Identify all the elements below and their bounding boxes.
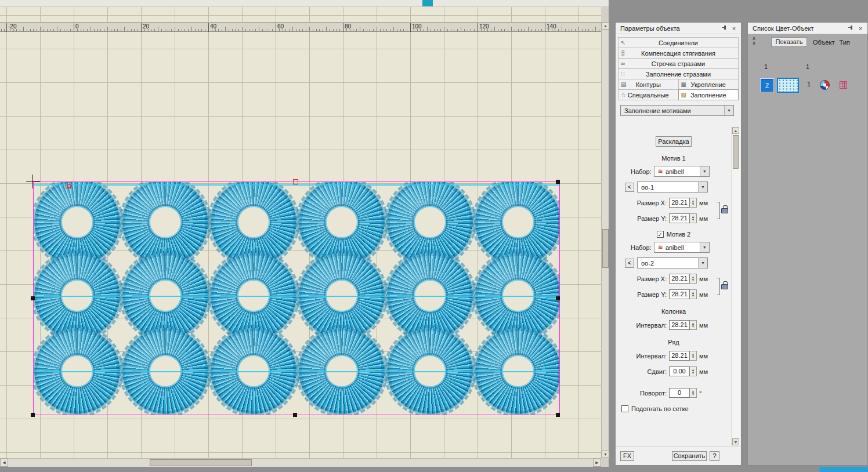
column-interval-label: Интервал: [636, 322, 667, 329]
tab-fill[interactable]: ▧ Заполнение [678, 89, 739, 100]
design-canvas[interactable]: -20 0 20 40 60 80 100 120 140 [0, 7, 601, 459]
motif2-proportion-lock[interactable] [717, 278, 728, 295]
scrollbar-corner [601, 458, 609, 467]
params-scroll-thumb[interactable] [733, 135, 739, 169]
scroll-up-icon[interactable]: ▲ [732, 127, 739, 134]
prev-motif-button[interactable]: < [625, 183, 634, 192]
motif-fill-area[interactable] [33, 181, 560, 415]
application-window: -20 0 20 40 60 80 100 120 140 ▲ ▼ ◀ ▶ [0, 0, 868, 472]
fx-button[interactable]: FX [620, 451, 634, 461]
motif2-pattern-select[interactable]: oo-2 ▼ [637, 257, 708, 268]
selection-handle-left-mid[interactable] [31, 296, 35, 300]
horizontal-scroll-thumb[interactable] [150, 459, 252, 466]
close-icon[interactable]: × [730, 24, 738, 32]
layout-button[interactable]: Раскладка [656, 136, 692, 147]
column-object-header[interactable]: Объект [813, 39, 834, 46]
rhinestone-line-icon: ∞ [621, 61, 625, 67]
fill-type-select[interactable]: Заполнение мотивами ▼ [620, 105, 734, 116]
motif1-pattern-value: oo-1 [641, 184, 654, 191]
canvas-area: -20 0 20 40 60 80 100 120 140 ▲ ▼ ◀ ▶ [0, 7, 609, 467]
pin-icon[interactable] [720, 24, 728, 32]
snap-to-grid-checkbox[interactable] [621, 405, 628, 412]
object-row[interactable]: 2 1 [748, 76, 867, 96]
object-index-badge[interactable]: 2 [761, 79, 773, 92]
motif1-set-value: anibell [666, 168, 684, 175]
pin-icon[interactable] [847, 24, 855, 32]
spinner[interactable]: ▲▼ [690, 198, 697, 208]
set-label: Набор: [631, 168, 652, 175]
ruler-tick-label: 0 [74, 23, 79, 30]
motif1-size-x-input[interactable]: 28.21 [669, 198, 690, 208]
selection-handle-top-right[interactable] [556, 180, 560, 184]
motif-hole [326, 206, 358, 238]
tab-special[interactable]: ☆ Специальные [618, 89, 679, 100]
scroll-left-icon[interactable]: ◀ [0, 459, 8, 467]
selection-handle-top-mid[interactable] [293, 179, 298, 184]
ruler-tick-label: 60 [276, 23, 284, 30]
row-interval-input[interactable]: 28.21 [669, 351, 690, 361]
scroll-up-icon[interactable]: ▲ [602, 22, 609, 30]
tab-reinforcement[interactable]: ▦ Укрепление [678, 79, 739, 90]
spinner[interactable]: ▲▼ [690, 289, 697, 299]
motif2-size-y-input[interactable]: 28.21 [669, 289, 690, 299]
color-wheel-icon[interactable] [820, 80, 830, 90]
motif-hole [237, 206, 270, 238]
collapse-chevrons-icon[interactable]: ∧∧ [750, 36, 758, 48]
motif2-size-x-input[interactable]: 28.21 [669, 274, 690, 284]
color-object-list: ∧∧ Показать ОбъектТип 1 1 2 1 [748, 34, 867, 465]
vertical-scrollbar[interactable]: ▲ ▼ [601, 22, 609, 458]
group-number-left: 1 [762, 63, 770, 70]
close-icon[interactable]: × [856, 24, 865, 32]
selection-handle-right-mid[interactable] [556, 296, 560, 300]
tab-connectors[interactable]: ↖ Соединители [618, 37, 739, 48]
motif1-pattern-select[interactable]: oo-1 ▼ [637, 181, 708, 193]
scroll-right-icon[interactable]: ▶ [593, 459, 601, 467]
selection-handle-bottom-left[interactable] [31, 413, 35, 417]
tab-pull-compensation[interactable]: ⣿ Компенсация стягивания [618, 48, 739, 59]
unit-label: ° [699, 390, 711, 397]
help-button[interactable]: ? [710, 451, 719, 461]
motif2-checkbox[interactable] [657, 231, 664, 238]
chevron-down-icon: ▼ [698, 258, 707, 268]
motif1-title: Мотив 1 [617, 155, 730, 162]
spinner[interactable]: ▲▼ [690, 213, 697, 223]
scroll-down-icon[interactable]: ▼ [602, 451, 609, 458]
rotation-input[interactable]: 0 [669, 388, 690, 398]
horizontal-scrollbar[interactable]: ◀ ▶ [0, 458, 601, 467]
motif1-proportion-lock[interactable] [717, 202, 728, 219]
ruler-tick-label: 80 [343, 23, 351, 30]
fill-grid-icon[interactable] [840, 81, 847, 89]
spinner[interactable]: ▲▼ [690, 366, 697, 376]
tab-rhinestone-fill[interactable]: ∷ Заполнение стразами [618, 68, 739, 79]
column-interval-input[interactable]: 28.21 [669, 320, 690, 330]
object-thumbnail[interactable] [777, 78, 799, 93]
spinner[interactable]: ▲▼ [690, 351, 697, 361]
thread-icon: ≋ [658, 244, 663, 251]
spinner[interactable]: ▲▼ [690, 388, 697, 398]
motif2-set-select[interactable]: ≋ anibell ▼ [654, 242, 710, 253]
size-y-label: Размер Y: [637, 215, 667, 222]
show-button[interactable]: Показать [771, 37, 807, 47]
tab-label: Контуры [636, 81, 661, 88]
row-shift-input[interactable]: 0.00 [669, 366, 690, 376]
selection-handle-bottom-mid[interactable] [293, 413, 297, 417]
selection-handle-bottom-right[interactable] [556, 413, 560, 417]
save-button[interactable]: Сохранить [672, 451, 707, 461]
column-type-header[interactable]: Тип [839, 39, 849, 46]
tab-outlines[interactable]: ▤ Контуры [618, 79, 679, 90]
prev-motif-button[interactable]: < [625, 259, 634, 268]
vertical-scroll-thumb[interactable] [602, 229, 609, 268]
title-accent [422, 0, 433, 6]
motif2-pattern-value: oo-2 [641, 260, 654, 267]
scroll-down-icon[interactable]: ▼ [732, 438, 739, 445]
unit-label: мм [699, 368, 711, 375]
tab-rhinestone-line[interactable]: ∞ Строчка стразами [618, 58, 739, 69]
spinner[interactable]: ▲▼ [690, 274, 697, 284]
spinner[interactable]: ▲▼ [690, 320, 697, 330]
ruler-tick-label: 120 [478, 23, 489, 30]
motif1-set-select[interactable]: ≋ anibell ▼ [654, 166, 710, 177]
params-scrollbar[interactable]: ▲ ▼ [731, 127, 740, 445]
tab-label: Заполнение стразами [646, 71, 711, 78]
anchor-point-marker[interactable] [66, 183, 71, 188]
motif1-size-y-input[interactable]: 28.21 [669, 213, 690, 223]
